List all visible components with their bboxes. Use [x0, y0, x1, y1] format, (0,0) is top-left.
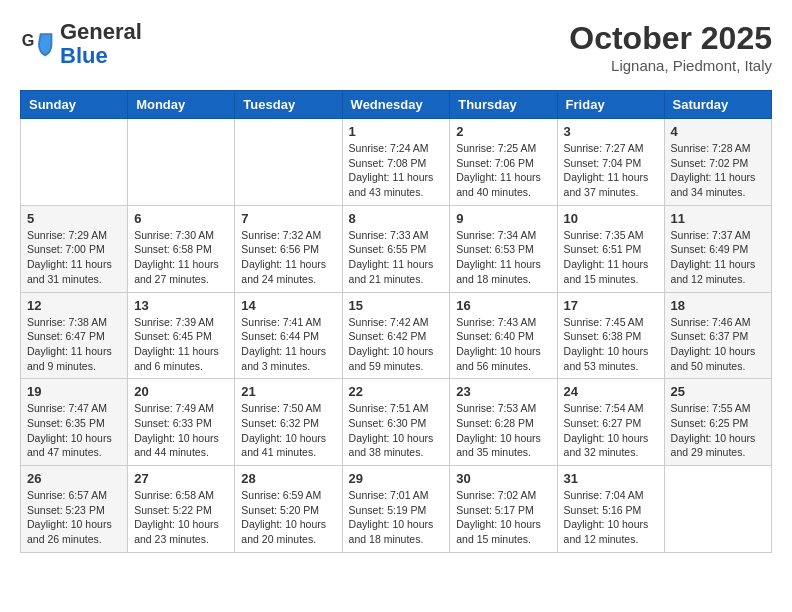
day-info: Sunrise: 7:30 AM Sunset: 6:58 PM Dayligh… [134, 228, 228, 287]
day-cell: 20Sunrise: 7:49 AM Sunset: 6:33 PM Dayli… [128, 379, 235, 466]
day-cell: 23Sunrise: 7:53 AM Sunset: 6:28 PM Dayli… [450, 379, 557, 466]
day-cell [21, 119, 128, 206]
week-row-4: 19Sunrise: 7:47 AM Sunset: 6:35 PM Dayli… [21, 379, 772, 466]
day-info: Sunrise: 7:01 AM Sunset: 5:19 PM Dayligh… [349, 488, 444, 547]
day-number: 22 [349, 384, 444, 399]
day-info: Sunrise: 7:25 AM Sunset: 7:06 PM Dayligh… [456, 141, 550, 200]
day-info: Sunrise: 7:29 AM Sunset: 7:00 PM Dayligh… [27, 228, 121, 287]
day-number: 2 [456, 124, 550, 139]
day-info: Sunrise: 7:33 AM Sunset: 6:55 PM Dayligh… [349, 228, 444, 287]
day-number: 8 [349, 211, 444, 226]
day-info: Sunrise: 7:02 AM Sunset: 5:17 PM Dayligh… [456, 488, 550, 547]
page-header: G General Blue October 2025 Lignana, Pie… [20, 20, 772, 74]
title-block: October 2025 Lignana, Piedmont, Italy [569, 20, 772, 74]
day-number: 20 [134, 384, 228, 399]
day-number: 9 [456, 211, 550, 226]
day-number: 30 [456, 471, 550, 486]
day-info: Sunrise: 6:58 AM Sunset: 5:22 PM Dayligh… [134, 488, 228, 547]
day-cell: 15Sunrise: 7:42 AM Sunset: 6:42 PM Dayli… [342, 292, 450, 379]
day-info: Sunrise: 7:38 AM Sunset: 6:47 PM Dayligh… [27, 315, 121, 374]
day-cell: 8Sunrise: 7:33 AM Sunset: 6:55 PM Daylig… [342, 205, 450, 292]
weekday-header-tuesday: Tuesday [235, 91, 342, 119]
day-number: 19 [27, 384, 121, 399]
weekday-header-thursday: Thursday [450, 91, 557, 119]
day-number: 6 [134, 211, 228, 226]
day-number: 28 [241, 471, 335, 486]
location: Lignana, Piedmont, Italy [569, 57, 772, 74]
day-number: 24 [564, 384, 658, 399]
day-info: Sunrise: 7:41 AM Sunset: 6:44 PM Dayligh… [241, 315, 335, 374]
day-cell: 18Sunrise: 7:46 AM Sunset: 6:37 PM Dayli… [664, 292, 771, 379]
day-info: Sunrise: 7:32 AM Sunset: 6:56 PM Dayligh… [241, 228, 335, 287]
day-number: 3 [564, 124, 658, 139]
day-info: Sunrise: 7:46 AM Sunset: 6:37 PM Dayligh… [671, 315, 765, 374]
day-cell: 3Sunrise: 7:27 AM Sunset: 7:04 PM Daylig… [557, 119, 664, 206]
week-row-5: 26Sunrise: 6:57 AM Sunset: 5:23 PM Dayli… [21, 466, 772, 553]
day-info: Sunrise: 7:27 AM Sunset: 7:04 PM Dayligh… [564, 141, 658, 200]
day-cell: 11Sunrise: 7:37 AM Sunset: 6:49 PM Dayli… [664, 205, 771, 292]
day-number: 12 [27, 298, 121, 313]
calendar-table: SundayMondayTuesdayWednesdayThursdayFrid… [20, 90, 772, 553]
week-row-1: 1Sunrise: 7:24 AM Sunset: 7:08 PM Daylig… [21, 119, 772, 206]
month-title: October 2025 [569, 20, 772, 57]
day-number: 17 [564, 298, 658, 313]
day-cell: 5Sunrise: 7:29 AM Sunset: 7:00 PM Daylig… [21, 205, 128, 292]
day-cell: 26Sunrise: 6:57 AM Sunset: 5:23 PM Dayli… [21, 466, 128, 553]
day-info: Sunrise: 6:59 AM Sunset: 5:20 PM Dayligh… [241, 488, 335, 547]
day-number: 15 [349, 298, 444, 313]
day-info: Sunrise: 7:51 AM Sunset: 6:30 PM Dayligh… [349, 401, 444, 460]
day-info: Sunrise: 7:50 AM Sunset: 6:32 PM Dayligh… [241, 401, 335, 460]
day-number: 1 [349, 124, 444, 139]
day-cell: 30Sunrise: 7:02 AM Sunset: 5:17 PM Dayli… [450, 466, 557, 553]
day-info: Sunrise: 7:24 AM Sunset: 7:08 PM Dayligh… [349, 141, 444, 200]
day-info: Sunrise: 7:53 AM Sunset: 6:28 PM Dayligh… [456, 401, 550, 460]
day-number: 18 [671, 298, 765, 313]
day-cell: 31Sunrise: 7:04 AM Sunset: 5:16 PM Dayli… [557, 466, 664, 553]
logo-blue: Blue [60, 43, 108, 68]
day-cell: 17Sunrise: 7:45 AM Sunset: 6:38 PM Dayli… [557, 292, 664, 379]
day-info: Sunrise: 7:04 AM Sunset: 5:16 PM Dayligh… [564, 488, 658, 547]
day-number: 11 [671, 211, 765, 226]
day-info: Sunrise: 7:47 AM Sunset: 6:35 PM Dayligh… [27, 401, 121, 460]
day-cell: 16Sunrise: 7:43 AM Sunset: 6:40 PM Dayli… [450, 292, 557, 379]
day-cell: 7Sunrise: 7:32 AM Sunset: 6:56 PM Daylig… [235, 205, 342, 292]
day-cell: 9Sunrise: 7:34 AM Sunset: 6:53 PM Daylig… [450, 205, 557, 292]
day-cell: 14Sunrise: 7:41 AM Sunset: 6:44 PM Dayli… [235, 292, 342, 379]
day-cell [664, 466, 771, 553]
day-cell: 1Sunrise: 7:24 AM Sunset: 7:08 PM Daylig… [342, 119, 450, 206]
day-number: 25 [671, 384, 765, 399]
weekday-header-sunday: Sunday [21, 91, 128, 119]
day-number: 7 [241, 211, 335, 226]
day-cell [235, 119, 342, 206]
day-info: Sunrise: 7:43 AM Sunset: 6:40 PM Dayligh… [456, 315, 550, 374]
day-info: Sunrise: 7:37 AM Sunset: 6:49 PM Dayligh… [671, 228, 765, 287]
day-number: 16 [456, 298, 550, 313]
day-cell: 6Sunrise: 7:30 AM Sunset: 6:58 PM Daylig… [128, 205, 235, 292]
weekday-header-monday: Monday [128, 91, 235, 119]
day-cell: 19Sunrise: 7:47 AM Sunset: 6:35 PM Dayli… [21, 379, 128, 466]
day-cell: 24Sunrise: 7:54 AM Sunset: 6:27 PM Dayli… [557, 379, 664, 466]
day-cell: 27Sunrise: 6:58 AM Sunset: 5:22 PM Dayli… [128, 466, 235, 553]
day-cell [128, 119, 235, 206]
day-info: Sunrise: 7:39 AM Sunset: 6:45 PM Dayligh… [134, 315, 228, 374]
day-cell: 29Sunrise: 7:01 AM Sunset: 5:19 PM Dayli… [342, 466, 450, 553]
week-row-3: 12Sunrise: 7:38 AM Sunset: 6:47 PM Dayli… [21, 292, 772, 379]
day-number: 14 [241, 298, 335, 313]
day-number: 31 [564, 471, 658, 486]
day-info: Sunrise: 7:54 AM Sunset: 6:27 PM Dayligh… [564, 401, 658, 460]
day-number: 23 [456, 384, 550, 399]
logo: G General Blue [20, 20, 142, 68]
weekday-header-saturday: Saturday [664, 91, 771, 119]
weekday-header-wednesday: Wednesday [342, 91, 450, 119]
logo-icon: G [20, 26, 56, 62]
day-cell: 2Sunrise: 7:25 AM Sunset: 7:06 PM Daylig… [450, 119, 557, 206]
day-cell: 25Sunrise: 7:55 AM Sunset: 6:25 PM Dayli… [664, 379, 771, 466]
day-cell: 4Sunrise: 7:28 AM Sunset: 7:02 PM Daylig… [664, 119, 771, 206]
day-number: 29 [349, 471, 444, 486]
weekday-header-friday: Friday [557, 91, 664, 119]
logo-text: General Blue [60, 20, 142, 68]
day-info: Sunrise: 7:34 AM Sunset: 6:53 PM Dayligh… [456, 228, 550, 287]
weekday-header-row: SundayMondayTuesdayWednesdayThursdayFrid… [21, 91, 772, 119]
logo-general: General [60, 19, 142, 44]
day-number: 27 [134, 471, 228, 486]
